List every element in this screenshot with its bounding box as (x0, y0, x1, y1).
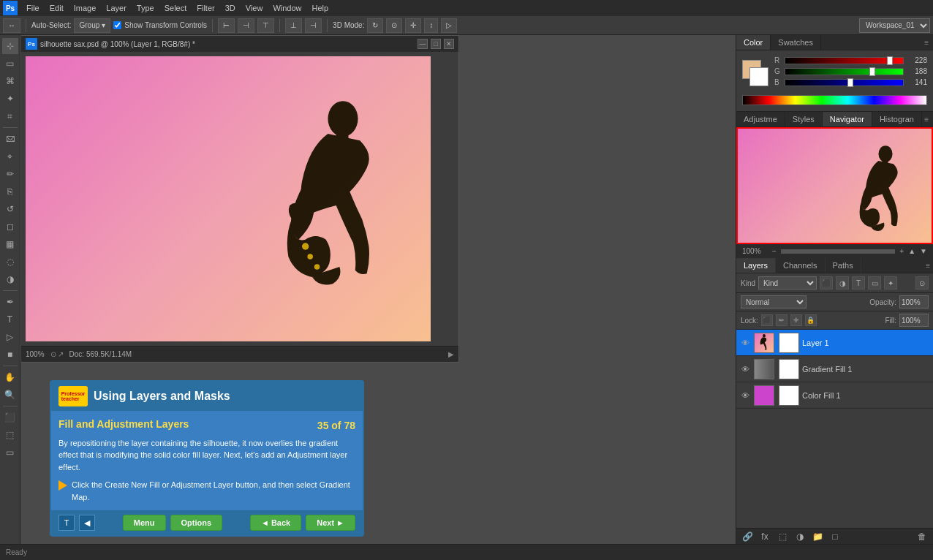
new-fill-layer-btn[interactable]: ◑ (793, 530, 807, 543)
clone-tool[interactable]: ⎘ (2, 183, 18, 200)
doc-close-btn[interactable]: ✕ (444, 39, 454, 49)
status-arrow[interactable]: ▶ (448, 350, 454, 358)
lock-transparent-btn[interactable]: ⬛ (761, 314, 773, 326)
transform-checkbox[interactable] (113, 21, 121, 29)
crop-tool[interactable]: ⌗ (2, 108, 18, 124)
layer-eye-btn[interactable]: 👁 (739, 390, 751, 401)
workspace-select[interactable]: Workspace_01 (859, 18, 930, 33)
opacity-input[interactable] (899, 295, 929, 309)
nav-expand-btn[interactable]: ▲ (908, 247, 915, 255)
panel-collapse-btn[interactable]: ≡ (923, 37, 930, 48)
b-slider[interactable] (785, 79, 904, 86)
r-thumb[interactable] (887, 56, 893, 65)
tab-adjustments[interactable]: Adjustme (736, 112, 785, 126)
tab-channels[interactable]: Channels (776, 258, 825, 273)
layer-item[interactable]: 👁 Color Fill 1 (736, 382, 933, 409)
layers-filter-toggle-btn[interactable]: ⊙ (915, 276, 929, 290)
distribute-btn[interactable]: ⊥ (285, 18, 302, 33)
tab-navigator[interactable]: Navigator (823, 112, 872, 126)
g-slider[interactable] (785, 68, 904, 75)
nav-panel-menu-btn[interactable]: ≡ (923, 114, 930, 125)
tutorial-options-btn[interactable]: Options (170, 515, 223, 531)
screen-mode-btn[interactable]: ▭ (2, 444, 18, 461)
align-center-h-btn[interactable]: ⊣ (238, 18, 254, 33)
lasso-tool[interactable]: ⌘ (2, 73, 18, 89)
lock-position-btn[interactable]: ✛ (790, 314, 802, 326)
3d-mode-btn5[interactable]: ▷ (441, 18, 457, 33)
dodge-tool[interactable]: ◑ (2, 271, 18, 287)
path-tool[interactable]: ▷ (2, 329, 18, 345)
heal-tool[interactable]: ⌖ (2, 148, 18, 164)
3d-mode-btn1[interactable]: ↻ (367, 18, 383, 33)
tab-styles[interactable]: Styles (785, 112, 823, 126)
align-right-btn[interactable]: ⊤ (257, 18, 274, 33)
r-slider[interactable] (785, 57, 904, 64)
new-group-btn[interactable]: 📁 (811, 530, 824, 543)
background-color[interactable] (749, 67, 768, 86)
menu-view[interactable]: View (241, 2, 268, 14)
layers-kind-filter[interactable]: Kind (758, 276, 817, 290)
zoom-tool[interactable]: 🔍 (2, 387, 18, 403)
lock-all-btn[interactable]: 🔒 (805, 314, 817, 326)
layer-item[interactable]: 👁 Gradient Fill 1 (736, 356, 933, 382)
layer-item[interactable]: 👁 Layer 1 (736, 330, 933, 356)
gradient-tool[interactable]: ▦ (2, 236, 18, 252)
quick-select-tool[interactable]: ✦ (2, 91, 18, 107)
lock-image-btn[interactable]: ✏ (776, 314, 787, 326)
group-dropdown[interactable]: Group ▾ (74, 18, 110, 33)
move-tool[interactable]: ⊹ (2, 38, 18, 54)
layer-style-btn[interactable]: fx (758, 530, 771, 543)
menu-image[interactable]: Image (69, 2, 101, 14)
tutorial-back-btn[interactable]: ◄ Back (250, 515, 301, 531)
menu-edit[interactable]: Edit (45, 2, 68, 14)
tutorial-text-size-btn[interactable]: T (58, 515, 75, 531)
tab-paths[interactable]: Paths (826, 258, 861, 273)
layers-filter-adjust-btn[interactable]: ◑ (836, 276, 849, 290)
layer-eye-btn[interactable]: 👁 (739, 363, 751, 375)
brush-tool[interactable]: ✏ (2, 166, 18, 182)
move-tool-btn[interactable]: ↔ (3, 18, 20, 33)
eyedropper-tool[interactable]: 🖂 (2, 131, 18, 147)
shape-tool[interactable]: ■ (2, 347, 18, 363)
tab-swatches[interactable]: Swatches (771, 35, 821, 50)
tab-color[interactable]: Color (736, 35, 771, 50)
tutorial-audio-btn[interactable]: ◀ (79, 515, 95, 531)
menu-window[interactable]: Window (268, 2, 306, 14)
layers-filter-shape-btn[interactable]: ▭ (868, 276, 881, 290)
fill-input[interactable] (899, 314, 929, 327)
3d-mode-btn4[interactable]: ↕ (424, 18, 438, 33)
type-tool[interactable]: T (2, 311, 18, 328)
link-layers-btn[interactable]: 🔗 (741, 530, 754, 543)
history-tool[interactable]: ↺ (2, 201, 18, 217)
nav-zoom-in-btn[interactable]: + (899, 247, 904, 255)
g-thumb[interactable] (869, 67, 875, 76)
layers-panel-menu-btn[interactable]: ≡ (926, 262, 930, 270)
color-swatch-stack[interactable] (742, 60, 768, 86)
3d-mode-btn3[interactable]: ✛ (405, 18, 421, 33)
layer-mask-btn[interactable]: ⬚ (776, 530, 789, 543)
menu-help[interactable]: Help (308, 2, 333, 14)
menu-select[interactable]: Select (160, 2, 192, 14)
nav-zoom-out-btn[interactable]: − (772, 247, 777, 255)
layer-eye-btn[interactable]: 👁 (739, 337, 751, 349)
3d-mode-btn2[interactable]: ⊙ (386, 18, 402, 33)
blend-mode-select[interactable]: Normal (741, 295, 807, 309)
delete-layer-btn[interactable]: 🗑 (915, 530, 929, 543)
menu-3d[interactable]: 3D (221, 2, 240, 14)
tab-layers[interactable]: Layers (736, 258, 776, 273)
layers-filter-pixel-btn[interactable]: ⬛ (820, 276, 833, 290)
menu-type[interactable]: Type (132, 2, 159, 14)
foreground-bg-colors[interactable]: ⬛ (2, 409, 18, 425)
menu-layer[interactable]: Layer (102, 2, 131, 14)
tutorial-next-btn[interactable]: Next ► (306, 515, 355, 531)
pen-tool[interactable]: ✒ (2, 294, 18, 310)
doc-minimize-btn[interactable]: — (418, 39, 428, 49)
align-left-btn[interactable]: ⊢ (218, 18, 235, 33)
layers-filter-type-btn[interactable]: T (852, 276, 865, 290)
distribute2-btn[interactable]: ⊣ (305, 18, 322, 33)
menu-file[interactable]: File (22, 2, 44, 14)
tab-histogram[interactable]: Histogran (872, 112, 922, 126)
blur-tool[interactable]: ◌ (2, 254, 18, 270)
nav-zoom-slider[interactable] (781, 249, 896, 254)
doc-maximize-btn[interactable]: □ (431, 39, 441, 49)
